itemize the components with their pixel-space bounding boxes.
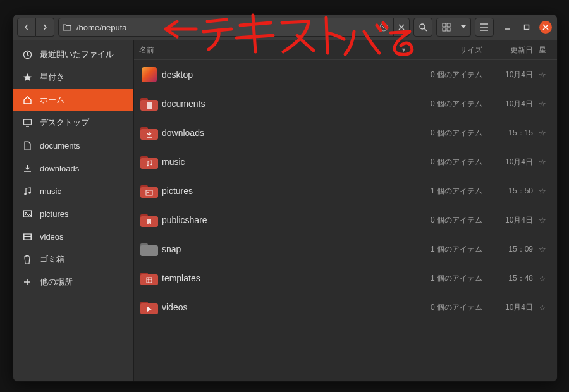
file-date: 10月4日 xyxy=(489,99,533,109)
file-row[interactable]: videos0 個のアイテム10月4日☆ xyxy=(134,293,557,322)
file-date: 10月4日 xyxy=(489,215,533,226)
sidebar-item-label: music xyxy=(40,187,61,196)
forward-button[interactable] xyxy=(36,18,54,37)
star-toggle[interactable]: ☆ xyxy=(533,70,552,80)
file-size: 0 個のアイテム xyxy=(413,215,489,226)
sidebar-item-1[interactable]: 星付き xyxy=(13,66,133,89)
file-list[interactable]: desktop0 個のアイテム10月4日☆documents0 個のアイテム10… xyxy=(134,60,557,381)
file-row[interactable]: pictures1 個のアイテム15：50☆ xyxy=(134,176,557,205)
svg-point-10 xyxy=(28,192,31,194)
file-manager-window: 最近開いたファイル星付きホームデスクトップdocumentsdownloadsm… xyxy=(13,14,558,382)
toolbar xyxy=(13,15,557,40)
file-size: 0 個のアイテム xyxy=(413,128,489,138)
minimize-button[interactable] xyxy=(501,21,514,34)
chevron-down-icon xyxy=(461,25,466,29)
close-tab-button[interactable] xyxy=(393,18,409,36)
col-size[interactable]: サイズ xyxy=(413,45,489,56)
sidebar-item-label: デスクトップ xyxy=(40,117,89,128)
close-window-button[interactable] xyxy=(539,21,552,34)
close-icon xyxy=(542,24,549,30)
file-row[interactable]: music0 個のアイテム10月4日☆ xyxy=(134,147,557,176)
icon-view-button[interactable] xyxy=(436,18,456,37)
path-input[interactable] xyxy=(75,22,374,33)
sidebar-item-2[interactable]: ホーム xyxy=(13,89,133,111)
folder-icon xyxy=(140,242,158,256)
desktop-icon xyxy=(22,118,32,128)
folder-icon xyxy=(140,271,158,285)
svg-rect-6 xyxy=(525,25,529,30)
file-date: 15：09 xyxy=(489,244,533,255)
search-icon xyxy=(419,23,427,32)
folder-icon xyxy=(140,213,158,227)
col-date[interactable]: 更新日 xyxy=(489,45,533,56)
sidebar-item-4[interactable]: documents xyxy=(13,134,133,157)
star-toggle[interactable]: ☆ xyxy=(533,157,552,167)
doc-icon xyxy=(22,141,32,150)
folder-icon xyxy=(140,97,158,111)
sidebar-item-5[interactable]: downloads xyxy=(13,157,133,180)
file-row[interactable]: snap1 個のアイテム15：09☆ xyxy=(134,235,557,264)
path-bar[interactable] xyxy=(58,18,410,37)
svg-rect-19 xyxy=(147,278,152,283)
file-name: videos xyxy=(162,302,413,312)
file-date: 15：15 xyxy=(489,128,533,138)
sidebar-item-label: ゴミ箱 xyxy=(40,254,64,265)
sidebar-item-10[interactable]: 他の場所 xyxy=(13,271,133,293)
file-name: downloads xyxy=(162,128,413,138)
file-size: 0 個のアイテム xyxy=(413,157,489,168)
sidebar-item-label: documents xyxy=(40,141,80,150)
file-name: pictures xyxy=(162,186,413,196)
file-row[interactable]: desktop0 個のアイテム10月4日☆ xyxy=(134,60,557,89)
sidebar-item-label: downloads xyxy=(40,164,79,173)
file-row[interactable]: downloads0 個のアイテム15：15☆ xyxy=(134,118,557,147)
file-size: 1 個のアイテム xyxy=(413,273,489,284)
music-icon xyxy=(22,187,32,196)
sidebar-item-0[interactable]: 最近開いたファイル xyxy=(13,43,133,66)
star-toggle[interactable]: ☆ xyxy=(533,99,552,109)
sidebar-item-3[interactable]: デスクトップ xyxy=(13,111,133,134)
picture-icon xyxy=(22,209,32,219)
sidebar-item-6[interactable]: music xyxy=(13,180,133,202)
folder-icon xyxy=(140,155,158,169)
chevron-left-icon xyxy=(23,24,30,30)
star-toggle[interactable]: ☆ xyxy=(533,245,552,254)
col-name[interactable]: 名前 ▼ xyxy=(134,45,413,56)
minimize-icon xyxy=(504,23,511,31)
search-button[interactable] xyxy=(413,18,432,37)
sidebar-item-7[interactable]: pictures xyxy=(13,202,133,225)
maximize-icon xyxy=(523,23,530,31)
sort-indicator-icon: ▼ xyxy=(401,47,407,53)
sidebar-item-9[interactable]: ゴミ箱 xyxy=(13,248,133,271)
clear-icon xyxy=(379,23,388,32)
star-toggle[interactable]: ☆ xyxy=(533,216,552,225)
svg-point-12 xyxy=(25,212,26,213)
file-name: documents xyxy=(162,99,413,109)
file-date: 10月4日 xyxy=(489,302,533,313)
file-row[interactable]: publicshare0 個のアイテム10月4日☆ xyxy=(134,205,557,235)
column-headers: 名前 ▼ サイズ 更新日 星 xyxy=(134,40,557,60)
star-toggle[interactable]: ☆ xyxy=(533,274,552,283)
svg-point-16 xyxy=(150,163,152,165)
star-toggle[interactable]: ☆ xyxy=(533,128,552,138)
view-dropdown-button[interactable] xyxy=(456,18,471,37)
sidebar-item-8[interactable]: videos xyxy=(13,225,133,248)
back-button[interactable] xyxy=(17,18,36,37)
sidebar-item-label: videos xyxy=(40,232,64,242)
window-controls xyxy=(501,21,552,34)
hamburger-menu-button[interactable] xyxy=(475,18,494,37)
folder-icon xyxy=(140,300,158,314)
star-toggle[interactable]: ☆ xyxy=(533,187,552,196)
file-name: desktop xyxy=(162,70,413,80)
clear-path-button[interactable] xyxy=(378,21,389,33)
file-size: 0 個のアイテム xyxy=(413,302,489,313)
desktop-folder-icon xyxy=(142,67,157,82)
file-row[interactable]: templates1 個のアイテム15：48☆ xyxy=(134,264,557,293)
star-toggle[interactable]: ☆ xyxy=(533,303,552,312)
file-date: 10月4日 xyxy=(489,157,533,168)
col-name-label: 名前 xyxy=(139,45,154,56)
clock-icon xyxy=(22,50,32,59)
col-star[interactable]: 星 xyxy=(533,45,552,56)
maximize-button[interactable] xyxy=(520,21,533,34)
file-row[interactable]: documents0 個のアイテム10月4日☆ xyxy=(134,89,557,118)
file-name: publicshare xyxy=(162,215,413,225)
